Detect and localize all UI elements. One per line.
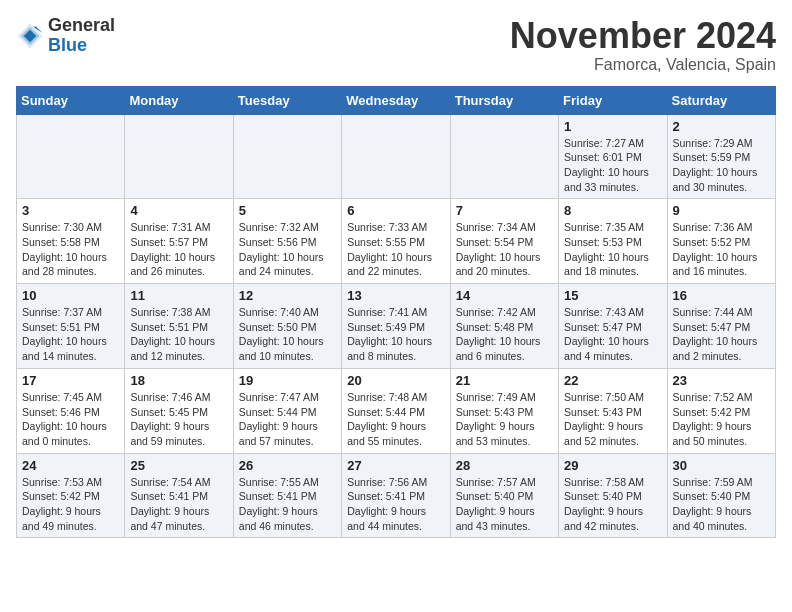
day-info: Sunrise: 7:56 AMSunset: 5:41 PMDaylight:… bbox=[347, 475, 444, 534]
day-cell: 6Sunrise: 7:33 AMSunset: 5:55 PMDaylight… bbox=[342, 199, 450, 284]
day-info: Sunrise: 7:35 AMSunset: 5:53 PMDaylight:… bbox=[564, 220, 661, 279]
day-info: Sunrise: 7:49 AMSunset: 5:43 PMDaylight:… bbox=[456, 390, 553, 449]
day-cell: 19Sunrise: 7:47 AMSunset: 5:44 PMDayligh… bbox=[233, 368, 341, 453]
week-row-3: 10Sunrise: 7:37 AMSunset: 5:51 PMDayligh… bbox=[17, 284, 776, 369]
day-number: 29 bbox=[564, 458, 661, 473]
day-cell: 7Sunrise: 7:34 AMSunset: 5:54 PMDaylight… bbox=[450, 199, 558, 284]
day-cell: 26Sunrise: 7:55 AMSunset: 5:41 PMDayligh… bbox=[233, 453, 341, 538]
day-info: Sunrise: 7:52 AMSunset: 5:42 PMDaylight:… bbox=[673, 390, 770, 449]
col-header-tuesday: Tuesday bbox=[233, 86, 341, 114]
day-cell: 18Sunrise: 7:46 AMSunset: 5:45 PMDayligh… bbox=[125, 368, 233, 453]
header-row: SundayMondayTuesdayWednesdayThursdayFrid… bbox=[17, 86, 776, 114]
logo: General Blue bbox=[16, 16, 115, 56]
day-info: Sunrise: 7:53 AMSunset: 5:42 PMDaylight:… bbox=[22, 475, 119, 534]
week-row-5: 24Sunrise: 7:53 AMSunset: 5:42 PMDayligh… bbox=[17, 453, 776, 538]
day-info: Sunrise: 7:36 AMSunset: 5:52 PMDaylight:… bbox=[673, 220, 770, 279]
day-info: Sunrise: 7:59 AMSunset: 5:40 PMDaylight:… bbox=[673, 475, 770, 534]
day-cell bbox=[450, 114, 558, 199]
day-info: Sunrise: 7:58 AMSunset: 5:40 PMDaylight:… bbox=[564, 475, 661, 534]
day-cell: 12Sunrise: 7:40 AMSunset: 5:50 PMDayligh… bbox=[233, 284, 341, 369]
logo-icon bbox=[16, 22, 44, 50]
col-header-monday: Monday bbox=[125, 86, 233, 114]
col-header-thursday: Thursday bbox=[450, 86, 558, 114]
day-info: Sunrise: 7:57 AMSunset: 5:40 PMDaylight:… bbox=[456, 475, 553, 534]
day-number: 23 bbox=[673, 373, 770, 388]
day-cell: 3Sunrise: 7:30 AMSunset: 5:58 PMDaylight… bbox=[17, 199, 125, 284]
logo-text: General Blue bbox=[48, 16, 115, 56]
day-number: 25 bbox=[130, 458, 227, 473]
day-number: 13 bbox=[347, 288, 444, 303]
col-header-wednesday: Wednesday bbox=[342, 86, 450, 114]
page-header: General Blue November 2024 Famorca, Vale… bbox=[16, 16, 776, 74]
day-number: 10 bbox=[22, 288, 119, 303]
day-number: 11 bbox=[130, 288, 227, 303]
day-info: Sunrise: 7:40 AMSunset: 5:50 PMDaylight:… bbox=[239, 305, 336, 364]
day-info: Sunrise: 7:48 AMSunset: 5:44 PMDaylight:… bbox=[347, 390, 444, 449]
day-number: 27 bbox=[347, 458, 444, 473]
calendar-table: SundayMondayTuesdayWednesdayThursdayFrid… bbox=[16, 86, 776, 539]
week-row-1: 1Sunrise: 7:27 AMSunset: 6:01 PMDaylight… bbox=[17, 114, 776, 199]
day-cell: 27Sunrise: 7:56 AMSunset: 5:41 PMDayligh… bbox=[342, 453, 450, 538]
day-cell: 22Sunrise: 7:50 AMSunset: 5:43 PMDayligh… bbox=[559, 368, 667, 453]
week-row-4: 17Sunrise: 7:45 AMSunset: 5:46 PMDayligh… bbox=[17, 368, 776, 453]
day-number: 9 bbox=[673, 203, 770, 218]
day-number: 17 bbox=[22, 373, 119, 388]
day-number: 26 bbox=[239, 458, 336, 473]
day-number: 6 bbox=[347, 203, 444, 218]
day-cell: 15Sunrise: 7:43 AMSunset: 5:47 PMDayligh… bbox=[559, 284, 667, 369]
day-info: Sunrise: 7:41 AMSunset: 5:49 PMDaylight:… bbox=[347, 305, 444, 364]
day-number: 20 bbox=[347, 373, 444, 388]
day-number: 12 bbox=[239, 288, 336, 303]
day-info: Sunrise: 7:47 AMSunset: 5:44 PMDaylight:… bbox=[239, 390, 336, 449]
day-cell: 8Sunrise: 7:35 AMSunset: 5:53 PMDaylight… bbox=[559, 199, 667, 284]
day-cell bbox=[342, 114, 450, 199]
day-number: 18 bbox=[130, 373, 227, 388]
day-number: 1 bbox=[564, 119, 661, 134]
day-number: 14 bbox=[456, 288, 553, 303]
day-number: 5 bbox=[239, 203, 336, 218]
day-cell: 1Sunrise: 7:27 AMSunset: 6:01 PMDaylight… bbox=[559, 114, 667, 199]
day-info: Sunrise: 7:45 AMSunset: 5:46 PMDaylight:… bbox=[22, 390, 119, 449]
day-number: 16 bbox=[673, 288, 770, 303]
col-header-sunday: Sunday bbox=[17, 86, 125, 114]
day-number: 15 bbox=[564, 288, 661, 303]
day-info: Sunrise: 7:34 AMSunset: 5:54 PMDaylight:… bbox=[456, 220, 553, 279]
day-info: Sunrise: 7:31 AMSunset: 5:57 PMDaylight:… bbox=[130, 220, 227, 279]
day-cell: 4Sunrise: 7:31 AMSunset: 5:57 PMDaylight… bbox=[125, 199, 233, 284]
day-info: Sunrise: 7:33 AMSunset: 5:55 PMDaylight:… bbox=[347, 220, 444, 279]
day-cell: 17Sunrise: 7:45 AMSunset: 5:46 PMDayligh… bbox=[17, 368, 125, 453]
calendar-header: SundayMondayTuesdayWednesdayThursdayFrid… bbox=[17, 86, 776, 114]
day-cell: 23Sunrise: 7:52 AMSunset: 5:42 PMDayligh… bbox=[667, 368, 775, 453]
day-cell: 16Sunrise: 7:44 AMSunset: 5:47 PMDayligh… bbox=[667, 284, 775, 369]
day-cell: 9Sunrise: 7:36 AMSunset: 5:52 PMDaylight… bbox=[667, 199, 775, 284]
logo-general: General bbox=[48, 16, 115, 36]
day-info: Sunrise: 7:44 AMSunset: 5:47 PMDaylight:… bbox=[673, 305, 770, 364]
day-cell bbox=[125, 114, 233, 199]
col-header-saturday: Saturday bbox=[667, 86, 775, 114]
day-cell: 30Sunrise: 7:59 AMSunset: 5:40 PMDayligh… bbox=[667, 453, 775, 538]
day-info: Sunrise: 7:27 AMSunset: 6:01 PMDaylight:… bbox=[564, 136, 661, 195]
day-info: Sunrise: 7:37 AMSunset: 5:51 PMDaylight:… bbox=[22, 305, 119, 364]
day-cell: 25Sunrise: 7:54 AMSunset: 5:41 PMDayligh… bbox=[125, 453, 233, 538]
day-cell: 11Sunrise: 7:38 AMSunset: 5:51 PMDayligh… bbox=[125, 284, 233, 369]
day-info: Sunrise: 7:50 AMSunset: 5:43 PMDaylight:… bbox=[564, 390, 661, 449]
col-header-friday: Friday bbox=[559, 86, 667, 114]
day-number: 4 bbox=[130, 203, 227, 218]
day-number: 7 bbox=[456, 203, 553, 218]
day-info: Sunrise: 7:43 AMSunset: 5:47 PMDaylight:… bbox=[564, 305, 661, 364]
day-number: 3 bbox=[22, 203, 119, 218]
day-cell: 20Sunrise: 7:48 AMSunset: 5:44 PMDayligh… bbox=[342, 368, 450, 453]
day-info: Sunrise: 7:29 AMSunset: 5:59 PMDaylight:… bbox=[673, 136, 770, 195]
day-info: Sunrise: 7:30 AMSunset: 5:58 PMDaylight:… bbox=[22, 220, 119, 279]
day-number: 30 bbox=[673, 458, 770, 473]
day-cell: 28Sunrise: 7:57 AMSunset: 5:40 PMDayligh… bbox=[450, 453, 558, 538]
logo-blue: Blue bbox=[48, 36, 115, 56]
title-block: November 2024 Famorca, Valencia, Spain bbox=[510, 16, 776, 74]
day-info: Sunrise: 7:54 AMSunset: 5:41 PMDaylight:… bbox=[130, 475, 227, 534]
day-number: 22 bbox=[564, 373, 661, 388]
day-number: 28 bbox=[456, 458, 553, 473]
day-number: 21 bbox=[456, 373, 553, 388]
day-cell bbox=[17, 114, 125, 199]
day-info: Sunrise: 7:42 AMSunset: 5:48 PMDaylight:… bbox=[456, 305, 553, 364]
day-cell: 10Sunrise: 7:37 AMSunset: 5:51 PMDayligh… bbox=[17, 284, 125, 369]
